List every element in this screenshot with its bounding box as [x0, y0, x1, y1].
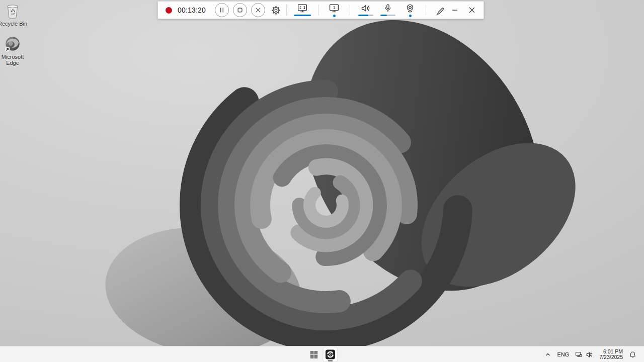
desktop-icon-recycle-bin[interactable]: Recycle Bin: [0, 3, 29, 27]
webcam-enabled-dot: [409, 15, 412, 17]
display-1-icon: 1: [328, 4, 340, 14]
display-select-toggle[interactable]: 1: [323, 2, 345, 19]
stop-icon: [233, 3, 247, 17]
record-dot: [166, 7, 172, 14]
desktop-screen: Recycle Bin Microsoft Edge: [0, 0, 644, 362]
tray-date: 7/23/2025: [599, 354, 623, 360]
system-tray-icons[interactable]: [573, 348, 596, 361]
display-number-label: 1: [333, 5, 336, 10]
screen-recorder-app-button[interactable]: [324, 347, 338, 361]
network-icon: [575, 351, 583, 358]
microphone-toggle[interactable]: [377, 2, 399, 19]
minimize-button[interactable]: [446, 3, 463, 18]
speaker-icon: [360, 4, 371, 14]
toolbar-divider: [318, 5, 318, 16]
speaker-volume-fill: [358, 15, 368, 16]
microphone-volume-slider[interactable]: [380, 15, 395, 16]
system-audio-toggle[interactable]: [355, 2, 377, 19]
screen-region-icon: [296, 4, 308, 14]
recording-timer: 00:13:20: [178, 6, 206, 14]
display-selected-dot: [333, 15, 336, 17]
start-button[interactable]: [307, 347, 321, 361]
running-app-indicator: [328, 360, 333, 361]
bloom-wallpaper-art: [0, 0, 644, 346]
screen-region-toggle[interactable]: [291, 2, 313, 19]
screen-region-active-bar: [294, 15, 311, 16]
pause-icon: [215, 3, 228, 17]
close-icon: [252, 3, 265, 17]
screen-recorder-app-icon: [326, 349, 336, 359]
pen-icon: [435, 5, 446, 16]
toolbar-divider: [350, 5, 350, 16]
minimize-icon: [450, 5, 460, 15]
stop-button[interactable]: [233, 3, 247, 17]
shortcut-arrow-badge: [5, 47, 10, 52]
desktop-icon-label: Microsoft Edge: [0, 54, 28, 66]
annotate-button[interactable]: [435, 4, 446, 17]
language-indicator[interactable]: ENG: [554, 348, 572, 361]
desktop-icon-label: Recycle Bin: [0, 21, 27, 27]
screen-recorder-toolbar: 00:13:20: [157, 1, 484, 19]
close-button[interactable]: [463, 3, 480, 18]
windows-logo-icon: [310, 351, 317, 358]
close-icon: [467, 5, 477, 15]
recycle-bin-icon: [4, 3, 21, 20]
chevron-up-icon: [545, 351, 551, 357]
clock[interactable]: 6:01 PM 7/23/2025: [597, 348, 625, 361]
settings-button[interactable]: [270, 4, 282, 17]
toolbar-divider: [426, 5, 426, 16]
tray-chevron-button[interactable]: [542, 348, 553, 361]
microphone-volume-fill: [380, 15, 387, 16]
volume-icon: [586, 351, 593, 358]
wallpaper: [0, 0, 644, 346]
speaker-volume-slider[interactable]: [358, 15, 373, 16]
cancel-recording-button[interactable]: [251, 3, 265, 17]
toolbar-divider: [286, 5, 287, 16]
webcam-icon: [405, 4, 416, 14]
microsoft-edge-icon: [4, 36, 21, 53]
webcam-toggle[interactable]: [399, 2, 421, 19]
language-label: ENG: [557, 351, 569, 357]
pause-button[interactable]: [215, 3, 229, 17]
taskbar: ENG: [0, 346, 644, 362]
gear-icon: [270, 5, 282, 16]
desktop-icon-microsoft-edge[interactable]: Microsoft Edge: [0, 36, 29, 66]
microphone-icon: [382, 4, 393, 14]
notifications-button[interactable]: [626, 348, 639, 361]
bell-icon: [629, 351, 636, 358]
